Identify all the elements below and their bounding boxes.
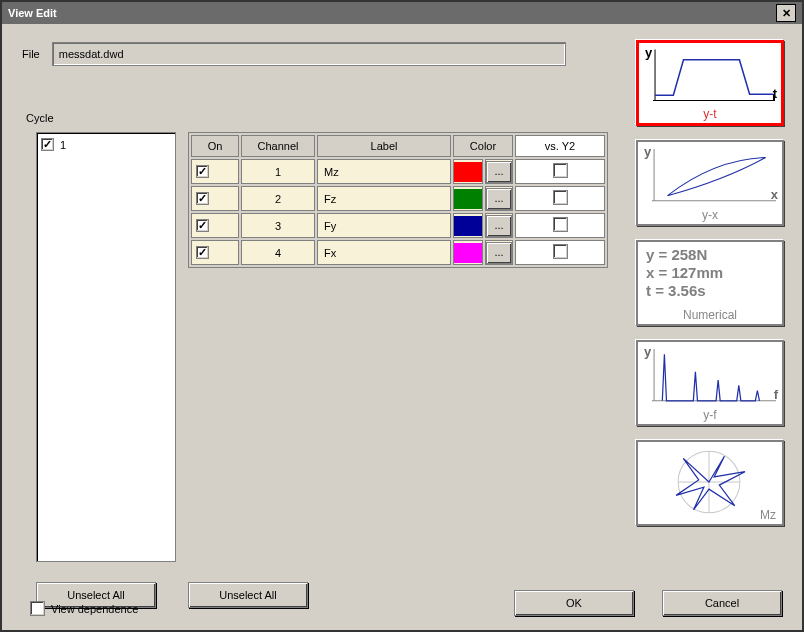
col-on: On (191, 135, 239, 157)
color-picker-button[interactable]: ... (486, 242, 512, 264)
file-label: File (22, 48, 40, 60)
ok-button[interactable]: OK (514, 590, 634, 616)
window-title: View Edit (8, 2, 57, 24)
color-swatch (454, 216, 482, 236)
view-caption: y-f (638, 408, 782, 422)
cycle-checkbox[interactable] (41, 138, 54, 151)
vsy2-checkbox[interactable] (553, 163, 568, 178)
color-picker-button[interactable]: ... (486, 161, 512, 183)
table-row: 1 Mz ... (191, 159, 605, 184)
view-dependence-checkbox[interactable] (30, 601, 45, 616)
table-row: 4 Fx ... (191, 240, 605, 265)
row-on-checkbox[interactable] (196, 165, 209, 178)
view-type-polar[interactable]: Mz (636, 440, 784, 526)
numerical-line: t = 3.56s (646, 282, 706, 299)
plot-icon (642, 446, 776, 518)
cycle-item-label: 1 (60, 139, 66, 151)
color-picker-button[interactable]: ... (486, 215, 512, 237)
color-swatch (454, 189, 482, 209)
file-row: File messdat.dwd (22, 42, 566, 66)
cycle-listbox[interactable]: 1 (36, 132, 176, 562)
axis-y-icon: y (644, 344, 651, 359)
col-vsy2: vs. Y2 (515, 135, 605, 157)
titlebar: View Edit ✕ (2, 2, 802, 24)
list-item[interactable]: 1 (41, 137, 171, 152)
view-dependence-row: View dependence (30, 601, 138, 616)
vsy2-checkbox[interactable] (553, 190, 568, 205)
view-type-panel: y t y-t y x (636, 40, 784, 540)
view-type-yf[interactable]: y f y-f (636, 340, 784, 426)
plot-icon (652, 348, 776, 402)
client-area: File messdat.dwd Cycle 1 On Channel Labe… (4, 24, 800, 628)
view-type-yx[interactable]: y x y-x (636, 140, 784, 226)
vsy2-checkbox[interactable] (553, 217, 568, 232)
table-row: 3 Fy ... (191, 213, 605, 238)
cycle-label: Cycle (26, 112, 54, 124)
cancel-button[interactable]: Cancel (662, 590, 782, 616)
axis-y-icon: y (644, 144, 651, 159)
view-caption: Mz (760, 508, 776, 522)
file-field[interactable]: messdat.dwd (52, 42, 566, 66)
view-dependence-label: View dependence (51, 603, 138, 615)
row-label[interactable]: Mz (317, 159, 451, 184)
row-channel: 3 (241, 213, 315, 238)
table-header-row: On Channel Label Color vs. Y2 (191, 135, 605, 157)
channel-table: On Channel Label Color vs. Y2 1 Mz ... 2… (188, 132, 608, 268)
plot-icon (652, 148, 776, 202)
row-channel: 1 (241, 159, 315, 184)
dialog-window: View Edit ✕ File messdat.dwd Cycle 1 On … (0, 0, 804, 632)
vsy2-checkbox[interactable] (553, 244, 568, 259)
axis-y-icon: y (645, 45, 652, 60)
col-color: Color (453, 135, 513, 157)
row-label[interactable]: Fy (317, 213, 451, 238)
color-swatch (454, 162, 482, 182)
unselect-all-channels-button[interactable]: Unselect All (188, 582, 308, 608)
row-label[interactable]: Fx (317, 240, 451, 265)
view-type-yt[interactable]: y t y-t (636, 40, 784, 126)
numerical-line: y = 258N (646, 246, 707, 263)
row-label[interactable]: Fz (317, 186, 451, 211)
row-channel: 4 (241, 240, 315, 265)
row-on-checkbox[interactable] (196, 192, 209, 205)
col-label: Label (317, 135, 451, 157)
view-caption: Numerical (638, 308, 782, 322)
view-caption: y-x (638, 208, 782, 222)
table-row: 2 Fz ... (191, 186, 605, 211)
view-type-numerical[interactable]: y = 258N x = 127mm t = 3.56s Numerical (636, 240, 784, 326)
col-channel: Channel (241, 135, 315, 157)
close-icon: ✕ (782, 8, 791, 19)
row-channel: 2 (241, 186, 315, 211)
color-swatch (454, 243, 482, 263)
row-on-checkbox[interactable] (196, 246, 209, 259)
color-picker-button[interactable]: ... (486, 188, 512, 210)
row-on-checkbox[interactable] (196, 219, 209, 232)
close-button[interactable]: ✕ (776, 4, 796, 22)
numerical-line: x = 127mm (646, 264, 723, 281)
plot-icon (653, 49, 775, 101)
view-caption: y-t (639, 107, 781, 121)
